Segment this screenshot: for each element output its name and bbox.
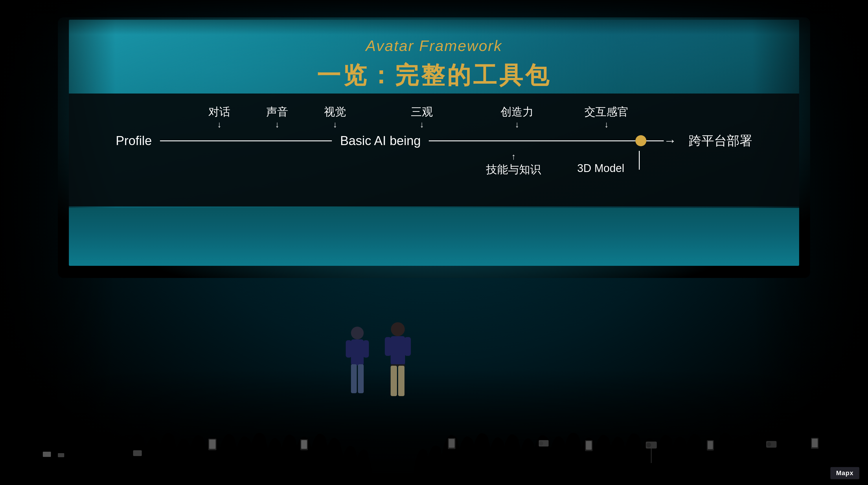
svg-point-93 — [567, 433, 580, 449]
svg-rect-22 — [58, 453, 64, 457]
svg-point-39 — [179, 441, 190, 454]
label-jineng: ↑ 技能与知识 — [486, 151, 541, 177]
svg-rect-136 — [812, 439, 818, 447]
svg-rect-3 — [363, 340, 369, 358]
profile-label: Profile — [116, 134, 152, 148]
svg-point-142 — [854, 434, 866, 450]
svg-point-41 — [193, 436, 205, 451]
label-duihua: 对话 ↓ — [208, 105, 230, 130]
label-sanguan: 三观 ↓ — [411, 105, 433, 130]
label-chuangzaoli: 创造力 ↓ — [500, 105, 533, 130]
title-chinese: 一览：完整的工具包 — [69, 60, 799, 91]
svg-point-63 — [329, 439, 341, 453]
label-3dmodel-text: 3D Model — [577, 162, 624, 175]
top-labels-row: 对话 ↓ 声音 ↓ 视觉 ↓ 三观 ↓ 创造力 ↓ — [116, 98, 752, 130]
screen-title-area: Avatar Framework 一览：完整的工具包 — [69, 20, 799, 91]
presentation-screen: Avatar Framework 一览：完整的工具包 对话 ↓ 声音 ↓ 视觉 … — [69, 20, 799, 266]
svg-point-51 — [253, 433, 266, 449]
timeline-row: Profile Basic AI being → 跨平台部署 — [116, 132, 752, 149]
arrow-duihua: ↓ — [217, 119, 222, 130]
svg-point-85 — [523, 440, 534, 453]
svg-point-6 — [391, 322, 405, 336]
arrow-right-icon: → — [664, 134, 677, 148]
label-jiaohu-text: 交互感官 — [585, 105, 628, 119]
framework-diagram: 对话 ↓ 声音 ↓ 视觉 ↓ 三观 ↓ 创造力 ↓ — [69, 98, 799, 183]
svg-rect-9 — [404, 337, 411, 356]
svg-point-124 — [750, 436, 762, 451]
timeline-line-3 — [646, 140, 664, 141]
svg-rect-8 — [385, 337, 391, 356]
svg-point-128 — [767, 442, 771, 446]
svg-rect-75 — [449, 439, 455, 448]
svg-point-107 — [646, 443, 651, 447]
svg-point-32 — [132, 435, 144, 450]
watermark-text: Mapx — [836, 469, 854, 477]
svg-point-14 — [11, 436, 24, 453]
label-shengyin: 声音 ↓ — [266, 105, 288, 130]
label-shijue-text: 视觉 — [324, 105, 346, 119]
svg-rect-1 — [351, 339, 364, 365]
svg-point-89 — [539, 441, 543, 445]
timeline-line-1 — [160, 140, 332, 141]
timeline-milestone-dot — [636, 135, 646, 146]
svg-point-81 — [492, 438, 504, 452]
svg-point-71 — [431, 446, 441, 458]
svg-point-132 — [795, 440, 806, 453]
title-english: Avatar Framework — [69, 37, 799, 54]
svg-point-24 — [71, 434, 83, 449]
svg-rect-45 — [209, 439, 216, 449]
svg-point-110 — [660, 435, 672, 451]
svg-point-0 — [351, 326, 364, 339]
label-duihua-text: 对话 — [208, 105, 230, 119]
watermark-area: Mapx — [830, 467, 859, 479]
label-jiaohu: 交互感官 ↓ — [585, 105, 628, 130]
svg-point-61 — [314, 434, 327, 450]
svg-point-91 — [553, 437, 565, 452]
dot-vertical-line — [639, 151, 640, 170]
svg-point-35 — [148, 439, 160, 453]
svg-point-99 — [598, 435, 610, 451]
svg-point-47 — [223, 434, 235, 450]
audience-silhouettes — [0, 363, 868, 485]
arrow-jiaohu: ↓ — [604, 119, 609, 130]
svg-point-77 — [462, 437, 474, 452]
svg-point-65 — [345, 446, 356, 459]
svg-point-67 — [359, 450, 368, 461]
label-3dmodel: ↑ 3D Model — [577, 151, 624, 175]
svg-point-30 — [118, 437, 129, 451]
svg-point-18 — [41, 435, 53, 450]
label-sanguan-text: 三观 — [411, 105, 433, 119]
svg-point-112 — [675, 437, 686, 452]
svg-point-138 — [825, 437, 837, 452]
svg-rect-143 — [0, 474, 868, 485]
svg-rect-7 — [391, 336, 405, 365]
svg-point-114 — [689, 434, 701, 450]
svg-point-120 — [719, 433, 732, 449]
watermark-box: Mapx — [830, 467, 859, 479]
basic-ai-label: Basic AI being — [340, 134, 421, 148]
label-chuangzaoli-text: 创造力 — [500, 105, 533, 119]
arrow-shengyin: ↓ — [275, 119, 279, 130]
svg-point-79 — [476, 433, 489, 449]
svg-point-130 — [780, 434, 792, 450]
svg-point-83 — [507, 435, 519, 450]
svg-point-69 — [418, 449, 428, 461]
svg-point-55 — [284, 435, 296, 450]
svg-point-37 — [162, 433, 175, 449]
arrow-chuangzaoli: ↓ — [515, 119, 519, 130]
screen-bottom-area — [69, 208, 799, 266]
svg-point-53 — [270, 439, 281, 453]
svg-point-21 — [57, 438, 69, 452]
label-shengyin-text: 声音 — [266, 105, 288, 119]
svg-rect-59 — [301, 440, 307, 449]
svg-rect-108 — [651, 449, 652, 463]
svg-point-49 — [239, 437, 251, 452]
label-shijue: 视觉 ↓ — [324, 105, 346, 130]
arrow-shijue: ↓ — [333, 119, 337, 130]
svg-rect-97 — [586, 441, 592, 450]
svg-rect-19 — [43, 452, 51, 457]
svg-point-140 — [839, 433, 852, 449]
svg-rect-118 — [708, 441, 713, 449]
svg-point-101 — [613, 437, 624, 452]
arrow-sanguan: ↓ — [420, 119, 424, 130]
